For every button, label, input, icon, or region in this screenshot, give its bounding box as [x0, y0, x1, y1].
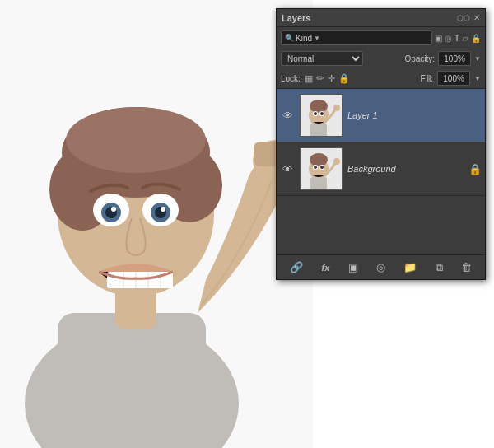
lock-label: Lock: — [281, 74, 301, 83]
fill-dropdown-arrow[interactable]: ▼ — [474, 75, 481, 82]
layer-thumb-background — [300, 147, 343, 190]
link-layers-button[interactable]: 🔗 — [287, 259, 306, 275]
lock-all-icon[interactable]: 🔒 — [338, 73, 350, 84]
lock-brush-icon[interactable]: ✏ — [316, 72, 324, 84]
svg-point-35 — [310, 153, 328, 166]
type-filter-icon[interactable]: T — [454, 34, 459, 43]
search-box: 🔍 Kind ▼ — [281, 30, 432, 45]
lock-move-icon[interactable]: ✛ — [328, 73, 335, 84]
pixel-filter-icon[interactable]: ▣ — [435, 34, 442, 43]
fill-input[interactable] — [437, 71, 470, 86]
panel-titlebar: Layers ⬡⬡ ✕ — [277, 9, 485, 27]
new-layer-button[interactable]: ⧉ — [432, 259, 446, 276]
new-group-button[interactable]: 📁 — [400, 259, 420, 275]
fill-label: Fill: — [421, 74, 434, 83]
panel-controls: ⬡⬡ ✕ — [457, 13, 480, 22]
svg-rect-27 — [310, 124, 327, 137]
fx-button[interactable]: fx — [318, 261, 333, 274]
search-icon: 🔍 — [285, 34, 294, 42]
background-photo — [0, 0, 313, 448]
layer-item-background[interactable]: 👁 Background — [277, 142, 485, 196]
eye-icon-layer1[interactable]: 👁 — [280, 110, 295, 122]
svg-point-39 — [314, 166, 317, 169]
svg-point-26 — [310, 100, 328, 113]
layer-name-layer1: Layer 1 — [347, 110, 482, 120]
svg-rect-2 — [58, 313, 206, 448]
shape-filter-icon[interactable]: ▱ — [462, 34, 468, 43]
layers-panel: Layers ⬡⬡ ✕ 🔍 Kind ▼ ▣ ◎ T ▱ 🔒 Normal Op… — [276, 8, 486, 280]
adjustment-button[interactable]: ◎ — [373, 259, 389, 275]
blend-mode-select[interactable]: Normal — [281, 51, 363, 66]
svg-point-15 — [111, 207, 116, 212]
smart-filter-icon[interactable]: 🔒 — [471, 34, 481, 43]
layer-thumb-layer1 — [300, 94, 343, 137]
kind-dropdown-arrow[interactable]: ▼ — [314, 35, 320, 42]
svg-point-32 — [333, 105, 340, 111]
delete-layer-button[interactable]: 🗑 — [458, 259, 475, 275]
panel-title: Layers — [282, 13, 310, 23]
add-mask-button[interactable]: ▣ — [345, 259, 361, 275]
lock-icons-group: ▦ ✏ ✛ 🔒 — [305, 72, 350, 84]
layer-name-background: Background — [347, 164, 468, 174]
kind-label: Kind — [296, 34, 312, 43]
adjust-filter-icon[interactable]: ◎ — [445, 34, 452, 43]
svg-point-16 — [161, 207, 165, 212]
opacity-dropdown-arrow[interactable]: ▼ — [474, 55, 481, 63]
opacity-input[interactable] — [438, 51, 471, 66]
svg-point-30 — [314, 112, 317, 115]
layers-list: 👁 Layer 1 — [277, 89, 485, 254]
panel-bottom-toolbar: 🔗 fx ▣ ◎ 📁 ⧉ 🗑 — [277, 254, 485, 279]
svg-point-41 — [333, 158, 340, 165]
layer-item-layer1[interactable]: 👁 Layer 1 — [277, 89, 485, 142]
search-row: 🔍 Kind ▼ ▣ ◎ T ▱ 🔒 — [277, 27, 485, 49]
opacity-label: Opacity: — [404, 54, 435, 63]
svg-rect-36 — [310, 177, 327, 190]
svg-point-31 — [320, 112, 324, 115]
close-icon[interactable]: ✕ — [473, 13, 480, 22]
lock-pixel-icon[interactable]: ▦ — [305, 73, 313, 84]
svg-point-40 — [320, 166, 324, 169]
search-filter-icons: ▣ ◎ T ▱ 🔒 — [435, 34, 481, 43]
blend-opacity-row: Normal Opacity: ▼ — [277, 49, 485, 68]
lock-fill-row: Lock: ▦ ✏ ✛ 🔒 Fill: ▼ — [277, 68, 485, 89]
collapse-icon[interactable]: ⬡⬡ — [457, 14, 470, 22]
svg-point-8 — [66, 107, 206, 173]
background-lock-icon: 🔒 — [468, 163, 482, 175]
eye-icon-background[interactable]: 👁 — [280, 163, 295, 175]
